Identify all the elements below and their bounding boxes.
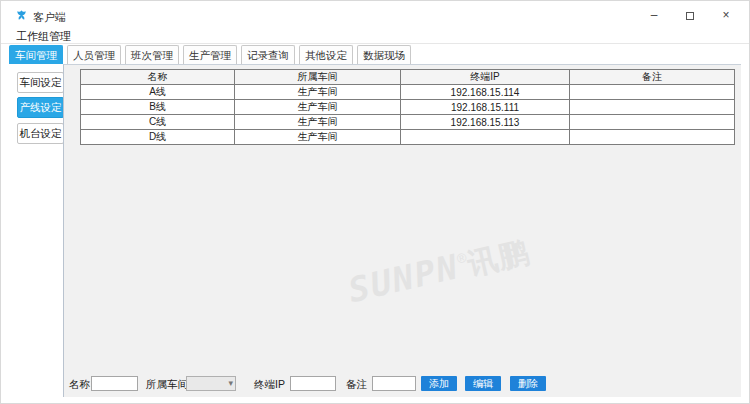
brand-watermark: SUNPN®讯鹏 [288,217,590,326]
terminal-ip-label: 终端IP [254,378,285,392]
window-title: 客户端 [33,10,66,25]
tab-workshop-mgmt[interactable]: 车间管理 [9,45,63,64]
tab-production-mgmt[interactable]: 生产管理 [183,45,237,64]
cell-name[interactable]: D线 [81,130,235,145]
maximize-icon [686,12,694,20]
cell-name[interactable]: C线 [81,115,235,130]
main-panel: 名称 所属车间 终端IP 备注 A线 生产车间 192.168.15.114 B… [63,64,741,397]
sidebar-item-machine-setting[interactable]: 机台设定 [17,123,64,144]
delete-button[interactable]: 删除 [510,376,546,391]
sidebar-item-line-setting[interactable]: 产线设定 [17,97,64,118]
col-header-workshop[interactable]: 所属车间 [235,70,401,85]
cell-remark[interactable] [570,85,735,100]
watermark-chinese: 讯鹏 [464,235,532,281]
close-button[interactable]: × [715,6,737,24]
menu-item-workgroup[interactable]: 工作组管理 [16,29,71,44]
cell-terminal-ip[interactable]: 192.168.15.111 [401,100,570,115]
menu-bar: 工作组管理 [1,29,749,44]
workshop-label: 所属车间 [146,378,188,392]
add-button[interactable]: 添加 [421,376,457,391]
app-logo-icon [15,9,28,22]
table-row[interactable]: A线 生产车间 192.168.15.114 [81,85,735,100]
tab-other-settings[interactable]: 其他设定 [299,45,353,64]
cell-name[interactable]: A线 [81,85,235,100]
col-header-name[interactable]: 名称 [81,70,235,85]
tab-shift-mgmt[interactable]: 班次管理 [125,45,179,64]
cell-workshop[interactable]: 生产车间 [235,100,401,115]
cell-remark[interactable] [570,130,735,145]
cell-remark[interactable] [570,100,735,115]
tab-data-site[interactable]: 数据现场 [357,45,411,64]
cell-workshop[interactable]: 生产车间 [235,115,401,130]
sidebar-item-workshop-setting[interactable]: 车间设定 [17,72,64,93]
minimize-button[interactable]: – [643,6,665,24]
title-bar: 客户端 – × [1,1,749,29]
table-row[interactable]: B线 生产车间 192.168.15.111 [81,100,735,115]
edit-form: 名称 所属车间 ▾ 终端IP 备注 添加 编辑 删除 [64,374,741,396]
cell-terminal-ip[interactable]: 192.168.15.114 [401,85,570,100]
cell-workshop[interactable]: 生产车间 [235,85,401,100]
cell-name[interactable]: B线 [81,100,235,115]
cell-workshop[interactable]: 生产车间 [235,130,401,145]
app-window: 客户端 – × 工作组管理 车间管理 人员管理 班次管理 生产管理 记录查询 其… [0,0,750,404]
line-table: 名称 所属车间 终端IP 备注 A线 生产车间 192.168.15.114 B… [80,69,735,145]
tab-personnel-mgmt[interactable]: 人员管理 [67,45,121,64]
remark-input[interactable] [372,376,416,391]
tab-record-query[interactable]: 记录查询 [241,45,295,64]
edit-button[interactable]: 编辑 [465,376,501,391]
cell-terminal-ip[interactable]: 192.168.15.113 [401,115,570,130]
sidebar: 车间设定 产线设定 机台设定 [1,64,63,403]
table-header-row: 名称 所属车间 终端IP 备注 [81,70,735,85]
col-header-remark[interactable]: 备注 [570,70,735,85]
table-row[interactable]: D线 生产车间 [81,130,735,145]
workshop-select[interactable]: ▾ [186,376,236,391]
chevron-down-icon: ▾ [228,378,233,388]
remark-label: 备注 [346,378,367,392]
terminal-ip-input[interactable] [290,376,336,391]
col-header-terminal-ip[interactable]: 终端IP [401,70,570,85]
name-label: 名称 [69,378,90,392]
watermark-latin: SUNPN [345,246,463,310]
cell-terminal-ip[interactable] [401,130,570,145]
name-input[interactable] [91,376,138,391]
tab-bar: 车间管理 人员管理 班次管理 生产管理 记录查询 其他设定 数据现场 [9,45,411,64]
cell-remark[interactable] [570,115,735,130]
maximize-button[interactable] [679,6,701,24]
window-controls: – × [643,6,737,24]
table-row[interactable]: C线 生产车间 192.168.15.113 [81,115,735,130]
